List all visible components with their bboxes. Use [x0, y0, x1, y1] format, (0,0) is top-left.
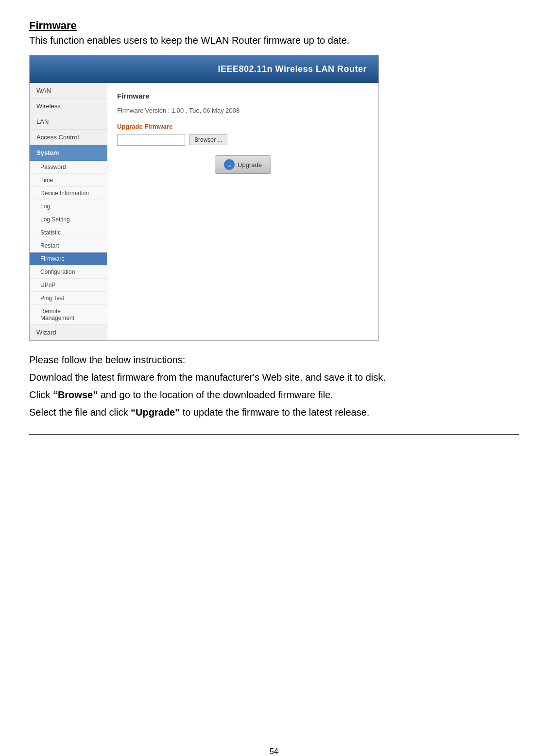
browse-button[interactable]: Browser ... [189, 134, 227, 145]
firmware-version-text: Firmware Version : 1.00 , Tue, 06 May 20… [117, 107, 369, 114]
upgrade-row: Browser ... [117, 134, 369, 146]
sidebar-sub-device-info[interactable]: Device Information [30, 187, 107, 200]
upgrade-icon: ⇓ [224, 159, 235, 170]
instruction-line-4-suffix: to update the firmware to the latest rel… [180, 407, 369, 418]
sidebar-sub-statistic[interactable]: Statistic [30, 226, 107, 239]
sidebar: WAN Wireless LAN Access Control System P… [30, 83, 107, 340]
content-title: Firmware [117, 92, 369, 100]
instruction-line-1: Please follow the below instructions: [29, 353, 519, 367]
sidebar-sub-configuration[interactable]: Configuration [30, 266, 107, 279]
upgrade-button[interactable]: ⇓ Upgrade [215, 155, 271, 174]
router-body: WAN Wireless LAN Access Control System P… [30, 83, 378, 340]
instructions-section: Please follow the below instructions: Do… [29, 353, 519, 420]
router-screenshot: IEEE802.11n Wireless LAN Router WAN Wire… [29, 55, 379, 341]
content-area: Firmware Firmware Version : 1.00 , Tue, … [107, 83, 378, 340]
sidebar-sub-firmware[interactable]: Firmware [30, 252, 107, 266]
router-header: IEEE802.11n Wireless LAN Router [30, 55, 378, 83]
upgrade-button-label: Upgrade [238, 161, 262, 168]
sidebar-item-access-control[interactable]: Access Control [30, 130, 107, 145]
sidebar-sub-log-setting[interactable]: Log Setting [30, 213, 107, 226]
instruction-line-2: Download the latest firmware from the ma… [29, 370, 519, 385]
sidebar-item-lan[interactable]: LAN [30, 114, 107, 130]
instruction-line-3-bold: “Browse” [53, 389, 98, 400]
sidebar-sub-password[interactable]: Password [30, 161, 107, 174]
instruction-line-3-prefix: Click [29, 389, 53, 400]
sidebar-item-wan[interactable]: WAN [30, 83, 107, 99]
file-input-box[interactable] [117, 134, 185, 146]
page-number: 54 [270, 747, 278, 756]
sidebar-item-wizard[interactable]: Wizard [30, 325, 107, 340]
bottom-divider [29, 434, 519, 435]
instruction-line-3-suffix: and go to the location of the downloaded… [98, 389, 333, 400]
upgrade-btn-row: ⇓ Upgrade [117, 155, 369, 174]
instruction-line-4-prefix: Select the file and click [29, 407, 131, 418]
sidebar-sub-restart[interactable]: Restart [30, 239, 107, 252]
page-title: Firmware [29, 19, 519, 32]
sidebar-item-wireless[interactable]: Wireless [30, 99, 107, 114]
sidebar-sub-log[interactable]: Log [30, 200, 107, 213]
sidebar-sub-remote-management[interactable]: Remote Management [30, 305, 107, 325]
intro-text: This function enables users to keep the … [29, 35, 519, 46]
sidebar-sub-time[interactable]: Time [30, 174, 107, 187]
instruction-line-3: Click “Browse” and go to the location of… [29, 387, 519, 402]
upgrade-firmware-label: Upgrade Firmware [117, 123, 369, 130]
sidebar-sub-upnp[interactable]: UPnP [30, 279, 107, 292]
sidebar-sub-ping-test[interactable]: Ping Test [30, 292, 107, 305]
instruction-line-4: Select the file and click “Upgrade” to u… [29, 405, 519, 420]
instruction-line-4-bold: “Upgrade” [131, 407, 180, 418]
sidebar-item-system[interactable]: System [30, 145, 107, 161]
